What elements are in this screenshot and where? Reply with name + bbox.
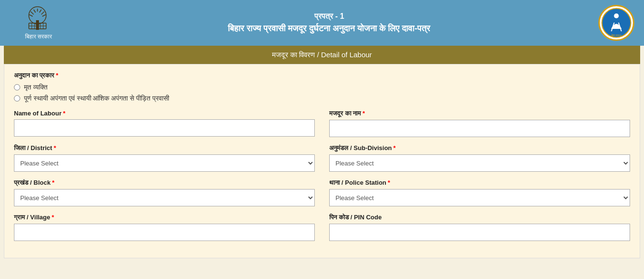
form-area: अनुदान का प्रकार* मृत व्यक्ति पूर्ण स्था… <box>4 64 640 258</box>
bihar-sarkar-text: बिहार सरकार <box>25 33 52 40</box>
right-circle-logo: बिहार सरकार <box>598 5 634 41</box>
pin-field: पिन कोड / PIN Code <box>329 214 630 241</box>
svg-line-6 <box>39 10 41 13</box>
pin-label: पिन कोड / PIN Code <box>329 214 630 221</box>
svg-line-3 <box>31 12 34 14</box>
majdur-naam-input[interactable] <box>329 120 630 137</box>
svg-line-4 <box>34 10 36 13</box>
radio-item-apangata[interactable]: पूर्ण स्थायी अपंगता एवं स्थायी आंशिक अपं… <box>14 94 630 102</box>
logo-left: बिहार सरकार <box>10 6 67 40</box>
radio-group-grant: मृत व्यक्ति पूर्ण स्थायी अपंगता एवं स्था… <box>14 83 630 102</box>
anumandal-label: अनुमंडल / Sub-Division* <box>329 144 630 152</box>
majdur-naam-field: मजदूर का नाम* <box>329 110 630 137</box>
jila-select[interactable]: Please Select <box>14 154 315 172</box>
jila-row: जिला / District* Please Select अनुमंडल /… <box>14 144 630 172</box>
prakhand-label: प्रखंड / Block* <box>14 179 315 187</box>
prakhand-select[interactable]: Please Select <box>14 189 315 206</box>
prakhand-row: प्रखंड / Block* Please Select थाना / Pol… <box>14 179 630 206</box>
gram-label: ग्राम / Village* <box>14 214 315 221</box>
radio-item-mrit[interactable]: मृत व्यक्ति <box>14 83 630 91</box>
grant-type-label: अनुदान का प्रकार* <box>14 72 630 79</box>
svg-point-17 <box>614 13 619 18</box>
jila-label: जिला / District* <box>14 144 315 152</box>
page-header: बिहार सरकार प्रपत्र - 1 बिहार राज्य प्रव… <box>0 0 644 46</box>
svg-line-8 <box>42 14 46 16</box>
radio-mrit[interactable] <box>14 84 20 90</box>
logo-right: बिहार सरकार <box>591 5 634 41</box>
thana-label: थाना / Police Station* <box>329 179 630 187</box>
anumandal-select[interactable]: Please Select <box>329 154 630 172</box>
majdur-naam-label: मजदूर का नाम* <box>329 110 630 117</box>
prakhand-field: प्रखंड / Block* Please Select <box>14 179 315 206</box>
name-of-labour-input[interactable] <box>14 119 315 137</box>
svg-line-2 <box>29 14 33 16</box>
jila-field: जिला / District* Please Select <box>14 144 315 172</box>
header-center: प्रपत्र - 1 बिहार राज्य प्रवासी मजदूर दु… <box>67 12 591 34</box>
thana-field: थाना / Police Station* Please Select <box>329 179 630 206</box>
pin-input[interactable] <box>329 224 630 241</box>
gram-input[interactable] <box>14 224 315 241</box>
form-title-main: बिहार राज्य प्रवासी मजदूर दुर्घटना अनुदा… <box>67 24 591 34</box>
radio-mrit-label: मृत व्यक्ति <box>24 83 48 91</box>
radio-apangata-label: पूर्ण स्थायी अपंगता एवं स्थायी आंशिक अपं… <box>24 94 169 102</box>
bihar-sarkar-logo-icon <box>19 6 58 32</box>
name-of-labour-label: Name of Labour* <box>14 110 315 117</box>
form-title-top: प्रपत्र - 1 <box>67 12 591 21</box>
radio-apangata[interactable] <box>14 95 20 101</box>
gram-row: ग्राम / Village* पिन कोड / PIN Code <box>14 214 630 241</box>
right-logo-svg: बिहार सरकार <box>601 7 632 38</box>
anumandal-field: अनुमंडल / Sub-Division* Please Select <box>329 144 630 172</box>
svg-line-7 <box>41 12 44 14</box>
name-row: Name of Labour* मजदूर का नाम* <box>14 110 630 137</box>
thana-select[interactable]: Please Select <box>329 189 630 206</box>
name-of-labour-field: Name of Labour* <box>14 110 315 137</box>
gram-field: ग्राम / Village* <box>14 214 315 241</box>
svg-text:बिहार सरकार: बिहार सरकार <box>611 34 622 37</box>
section-heading: मजदूर का विवरण / Detail of Labour <box>4 46 640 64</box>
